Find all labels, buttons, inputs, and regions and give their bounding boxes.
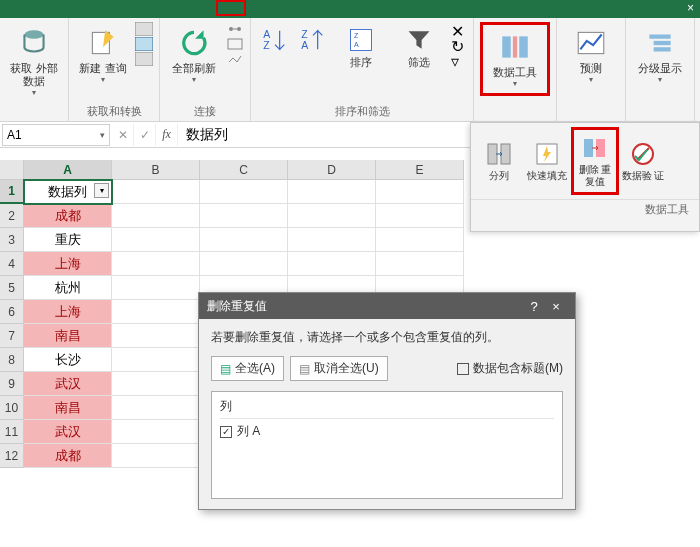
cell[interactable] [288, 228, 376, 252]
cell[interactable] [112, 324, 200, 348]
label: 分列 [489, 170, 509, 182]
dialog-title-bar[interactable]: 删除重复值 ? × [199, 293, 575, 319]
properties-icon[interactable] [226, 37, 244, 51]
list-item[interactable]: ✓ 列 A [220, 423, 554, 440]
window-close-icon[interactable]: × [687, 1, 694, 15]
flash-fill-button[interactable]: 快速填充 [523, 127, 571, 195]
connections-icon[interactable] [226, 22, 244, 36]
column-header[interactable]: A [24, 160, 112, 180]
group-label: 获取和转换 [87, 102, 142, 119]
cell[interactable] [112, 252, 200, 276]
column-header[interactable]: C [200, 160, 288, 180]
row-header[interactable]: 5 [0, 276, 24, 300]
cell[interactable]: 长沙 [24, 348, 112, 372]
cell[interactable]: 成都 [24, 204, 112, 228]
help-icon[interactable]: ? [523, 299, 545, 314]
chevron-down-icon[interactable]: ▾ [100, 130, 105, 140]
group-label: 连接 [194, 102, 216, 119]
cell[interactable] [200, 204, 288, 228]
data-has-headers-checkbox[interactable]: 数据包含标题(M) [457, 360, 563, 377]
cell[interactable] [200, 252, 288, 276]
refresh-all-button[interactable]: 全部刷新 ▾ [166, 22, 222, 89]
sort-asc-button[interactable]: AZ [257, 22, 293, 60]
clear-icon[interactable]: ✕ [451, 22, 467, 36]
select-all-button[interactable]: ▤ 全选(A) [211, 356, 284, 381]
cell[interactable] [112, 420, 200, 444]
fx-icon[interactable]: fx [156, 124, 178, 146]
cell[interactable] [376, 204, 464, 228]
row-header[interactable]: 11 [0, 420, 24, 444]
svg-rect-16 [502, 36, 511, 57]
cell[interactable] [200, 228, 288, 252]
row-header[interactable]: 9 [0, 372, 24, 396]
row-header[interactable]: 2 [0, 204, 24, 228]
cell[interactable] [288, 252, 376, 276]
table-icon[interactable] [135, 37, 153, 51]
forecast-button[interactable]: 预测 ▾ [563, 22, 619, 89]
unselect-all-button[interactable]: ▤ 取消全选(U) [290, 356, 388, 381]
columns-list: 列 ✓ 列 A [211, 391, 563, 499]
get-external-data-button[interactable]: 获取 外部数据 ▾ [6, 22, 62, 102]
reapply-icon[interactable]: ↻ [451, 37, 467, 51]
label: 快速填充 [527, 170, 567, 182]
cell[interactable] [112, 300, 200, 324]
cell[interactable]: 重庆 [24, 228, 112, 252]
cell[interactable] [200, 180, 288, 204]
row-header[interactable]: 7 [0, 324, 24, 348]
cell[interactable]: 南昌 [24, 396, 112, 420]
cell[interactable]: 数据列▾ [24, 180, 112, 204]
row-header[interactable]: 8 [0, 348, 24, 372]
cell[interactable]: 成都 [24, 444, 112, 468]
cell[interactable] [376, 228, 464, 252]
cell[interactable] [112, 396, 200, 420]
sort-desc-button[interactable]: ZA [295, 22, 331, 60]
row-header[interactable]: 1 [0, 180, 24, 204]
enter-icon[interactable]: ✓ [134, 124, 156, 146]
remove-duplicates-button[interactable]: 删除 重复值 [571, 127, 619, 195]
svg-point-6 [237, 27, 241, 31]
close-icon[interactable]: × [545, 299, 567, 314]
row-header[interactable]: 12 [0, 444, 24, 468]
filter-dropdown-icon[interactable]: ▾ [94, 183, 109, 198]
column-header[interactable]: E [376, 160, 464, 180]
cancel-icon[interactable]: ✕ [112, 124, 134, 146]
cell[interactable] [112, 180, 200, 204]
cell[interactable]: 上海 [24, 252, 112, 276]
chevron-down-icon: ▾ [101, 75, 105, 85]
row-header[interactable]: 10 [0, 396, 24, 420]
data-validation-button[interactable]: 数据验 证 [619, 127, 667, 195]
cell[interactable] [112, 204, 200, 228]
row-header[interactable]: 6 [0, 300, 24, 324]
data-tab-highlight [216, 0, 246, 16]
table-icon[interactable] [135, 22, 153, 36]
table-icon[interactable] [135, 52, 153, 66]
cell[interactable]: 武汉 [24, 420, 112, 444]
cell[interactable] [112, 276, 200, 300]
cell[interactable]: 南昌 [24, 324, 112, 348]
new-query-button[interactable]: 新建 查询 ▾ [75, 22, 131, 89]
cell[interactable] [112, 444, 200, 468]
sort-button[interactable]: ZA 排序 [333, 22, 389, 73]
text-to-columns-button[interactable]: 分列 [475, 127, 523, 195]
advanced-icon[interactable]: ▿ [451, 52, 467, 66]
row-header[interactable]: 3 [0, 228, 24, 252]
cell[interactable] [112, 348, 200, 372]
row-header[interactable]: 4 [0, 252, 24, 276]
cell[interactable] [376, 180, 464, 204]
column-header[interactable]: D [288, 160, 376, 180]
cell[interactable] [288, 204, 376, 228]
cell[interactable] [112, 228, 200, 252]
cell[interactable] [376, 252, 464, 276]
data-tools-button[interactable]: 数据工具 ▾ [480, 22, 550, 96]
filter-button[interactable]: 筛选 [391, 22, 447, 73]
cell[interactable] [288, 180, 376, 204]
select-all-corner[interactable] [0, 160, 24, 180]
cell[interactable]: 杭州 [24, 276, 112, 300]
outline-button[interactable]: 分级显示 ▾ [632, 22, 688, 89]
cell[interactable]: 武汉 [24, 372, 112, 396]
cell[interactable] [112, 372, 200, 396]
edit-links-icon[interactable] [226, 52, 244, 66]
cell[interactable]: 上海 [24, 300, 112, 324]
column-header[interactable]: B [112, 160, 200, 180]
name-box[interactable]: A1 ▾ [2, 124, 110, 146]
